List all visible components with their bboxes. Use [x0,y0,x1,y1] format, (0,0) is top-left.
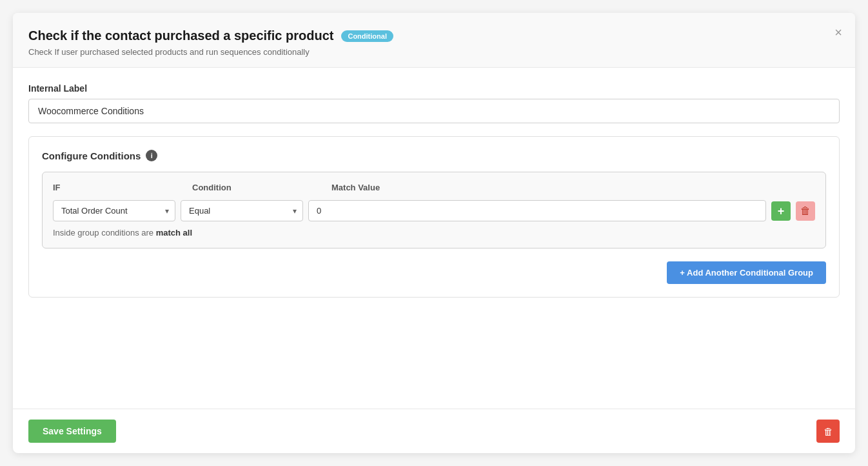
modal-footer: Save Settings 🗑 [13,409,855,453]
condition-column-headers: IF Condition Match Value [53,183,815,192]
close-button[interactable]: × [834,26,842,39]
condition-row: Total Order Count Equal + [53,200,815,221]
title-row: Check if the contact purchased a specifi… [28,28,824,43]
modal-container: Check if the contact purchased a specifi… [13,13,855,453]
conditions-card: Configure Conditions i IF Condition Matc… [28,136,840,298]
trash-icon: 🗑 [800,205,811,217]
if-select[interactable]: Total Order Count [53,200,175,221]
match-all-text: Inside group conditions are match all [53,228,815,238]
add-row-button[interactable]: + [771,201,791,221]
modal-subtitle: Check If user purchased selected product… [28,47,824,57]
condition-select[interactable]: Equal [181,200,303,221]
save-settings-button[interactable]: Save Settings [28,420,116,443]
condition-select-wrapper: Equal [181,200,303,221]
conditions-header: Configure Conditions i [42,150,826,161]
match-all-bold: match all [156,228,192,238]
conditions-title: Configure Conditions [42,150,141,161]
delete-row-button[interactable]: 🗑 [796,201,815,221]
modal-title: Check if the contact purchased a specifi… [28,28,333,43]
add-group-row: + Add Another Conditional Group [42,261,826,284]
column-condition: Condition [192,183,321,192]
internal-label-input[interactable] [28,99,840,123]
if-select-wrapper: Total Order Count [53,200,175,221]
internal-label-heading: Internal Label [28,83,840,94]
condition-group: IF Condition Match Value Total Order Cou… [42,172,826,248]
delete-footer-button[interactable]: 🗑 [816,420,840,443]
modal-body: Internal Label Configure Conditions i IF… [13,68,855,409]
match-value-input[interactable] [308,200,766,221]
delete-footer-icon: 🗑 [824,426,833,437]
column-match-value: Match Value [331,183,815,192]
info-icon[interactable]: i [146,150,157,161]
add-conditional-group-button[interactable]: + Add Another Conditional Group [667,261,826,284]
modal-header: Check if the contact purchased a specifi… [13,13,855,68]
column-if: IF [53,183,182,192]
conditional-badge: Conditional [341,30,393,42]
